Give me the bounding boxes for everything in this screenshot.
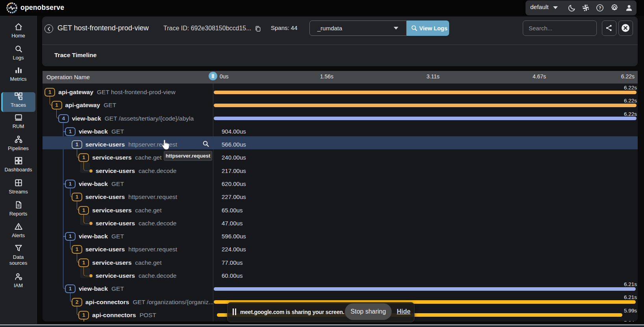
- svg-text:?: ?: [599, 6, 601, 10]
